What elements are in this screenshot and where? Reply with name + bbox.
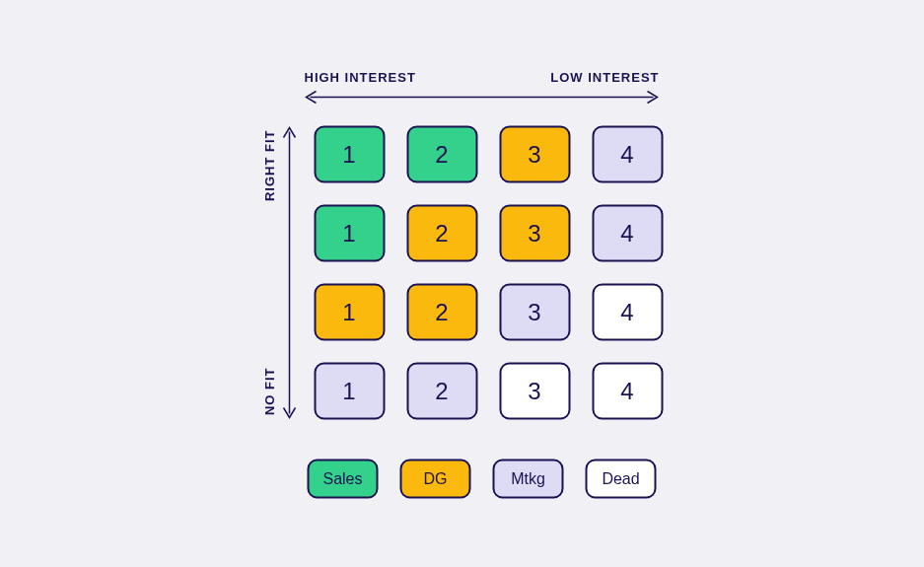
- y-axis-label-bottom: NO FIT: [261, 367, 276, 415]
- y-axis-arrow: [282, 125, 296, 419]
- legend-label: Sales: [322, 469, 362, 487]
- legend: Sales DG Mtkg Dead: [308, 459, 657, 498]
- cell-number: 2: [435, 219, 448, 247]
- legend-label: DG: [424, 469, 448, 487]
- cell-number: 3: [528, 219, 540, 247]
- matrix-cell: 4: [592, 125, 663, 182]
- cell-number: 1: [342, 377, 355, 404]
- matrix-row: 1 2 3 4: [314, 125, 663, 182]
- legend-label: Mtkg: [511, 469, 545, 487]
- cell-number: 1: [342, 219, 355, 247]
- matrix-cell: 3: [499, 283, 570, 340]
- x-axis-labels: HIGH INTEREST LOW INTEREST: [305, 69, 660, 84]
- matrix-cell: 3: [499, 204, 570, 261]
- matrix-cell: 1: [314, 204, 385, 261]
- legend-item-dg: DG: [400, 459, 471, 498]
- cell-number: 3: [528, 377, 540, 404]
- cell-number: 4: [620, 377, 633, 404]
- cell-number: 4: [620, 298, 633, 325]
- matrix-cell: 4: [592, 362, 663, 419]
- matrix-cell: 4: [592, 204, 663, 261]
- matrix-row: 1 2 3 4: [314, 283, 663, 340]
- cell-number: 2: [435, 298, 448, 325]
- legend-item-sales: Sales: [308, 459, 379, 498]
- matrix-cell: 3: [499, 362, 570, 419]
- x-axis-label-left: HIGH INTEREST: [305, 69, 416, 84]
- cell-number: 2: [435, 140, 448, 168]
- lead-scoring-matrix: HIGH INTEREST LOW INTEREST RIGHT FIT NO …: [261, 69, 663, 498]
- x-axis-arrow: [305, 90, 660, 107]
- cell-number: 3: [528, 298, 540, 325]
- legend-item-mktg: Mtkg: [493, 459, 564, 498]
- matrix-cell: 1: [314, 362, 385, 419]
- matrix-cell: 4: [592, 283, 663, 340]
- matrix-row: 1 2 3 4: [314, 204, 663, 261]
- cell-number: 1: [342, 298, 355, 325]
- cell-number: 4: [620, 140, 633, 168]
- cell-number: 1: [342, 140, 355, 168]
- y-axis: RIGHT FIT NO FIT: [261, 125, 296, 419]
- matrix-cell: 2: [406, 283, 477, 340]
- matrix-cell: 2: [406, 125, 477, 182]
- matrix-grid: 1 2 3 4 1 2 3 4 1 2 3 4 1 2 3 4: [314, 125, 663, 419]
- matrix-cell: 1: [314, 283, 385, 340]
- y-axis-labels: RIGHT FIT NO FIT: [261, 125, 276, 419]
- y-axis-label-top: RIGHT FIT: [261, 129, 276, 201]
- matrix-cell: 3: [499, 125, 570, 182]
- matrix-cell: 1: [314, 125, 385, 182]
- grid-area: RIGHT FIT NO FIT 1 2 3 4 1 2 3: [261, 125, 663, 419]
- cell-number: 3: [528, 140, 540, 168]
- matrix-cell: 2: [406, 204, 477, 261]
- matrix-cell: 2: [406, 362, 477, 419]
- legend-label: Dead: [602, 469, 639, 487]
- legend-item-dead: Dead: [586, 459, 657, 498]
- cell-number: 4: [620, 219, 633, 247]
- cell-number: 2: [435, 377, 448, 404]
- x-axis-label-right: LOW INTEREST: [550, 69, 659, 84]
- matrix-row: 1 2 3 4: [314, 362, 663, 419]
